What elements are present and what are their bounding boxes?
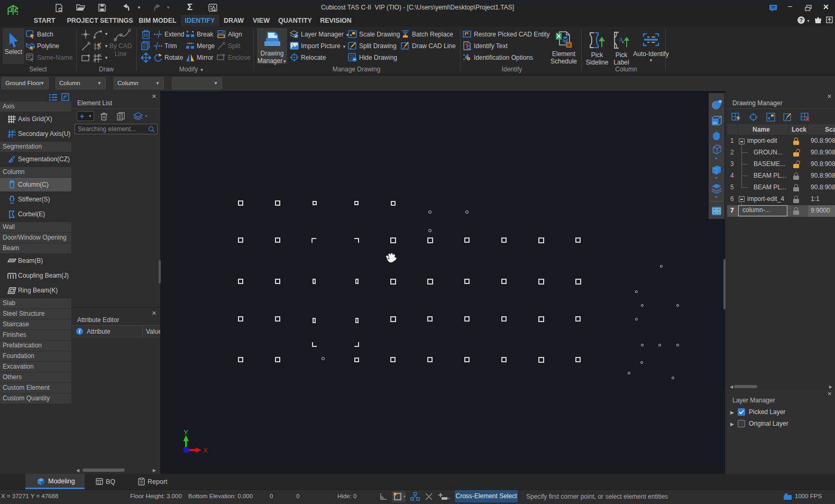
svg-text:a.: a. <box>619 36 624 42</box>
svg-text:X: X <box>203 446 208 454</box>
svg-text:Y: Y <box>183 428 188 436</box>
svg-text:3D: 3D <box>712 121 717 125</box>
